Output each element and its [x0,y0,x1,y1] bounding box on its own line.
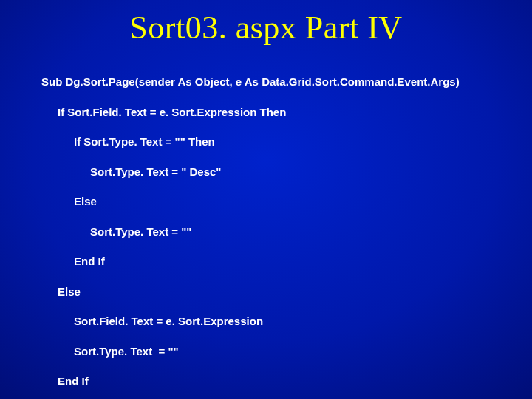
code-line: If Sort.Field. Text = e. Sort.Expression… [41,105,532,120]
code-block-1: Sub Dg.Sort.Page(sender As Object, e As … [41,60,532,399]
code-line: Sort.Field. Text = e. Sort.Expression [41,314,532,329]
code-line: Else [41,284,532,299]
code-line: Sort.Type. Text = " Desc" [41,165,532,180]
code-line: End If [41,374,532,389]
code-line: Sub Dg.Sort.Page(sender As Object, e As … [41,75,532,89]
slide-title: Sort03. aspx Part IV [0,9,532,47]
code-line: End If [41,254,532,269]
code-line: If Sort.Type. Text = "" Then [41,134,532,149]
code-line: Sort.Type. Text = "" [41,225,532,239]
code-line: Else [41,194,532,209]
code-line: Sort.Type. Text = "" [41,344,532,359]
